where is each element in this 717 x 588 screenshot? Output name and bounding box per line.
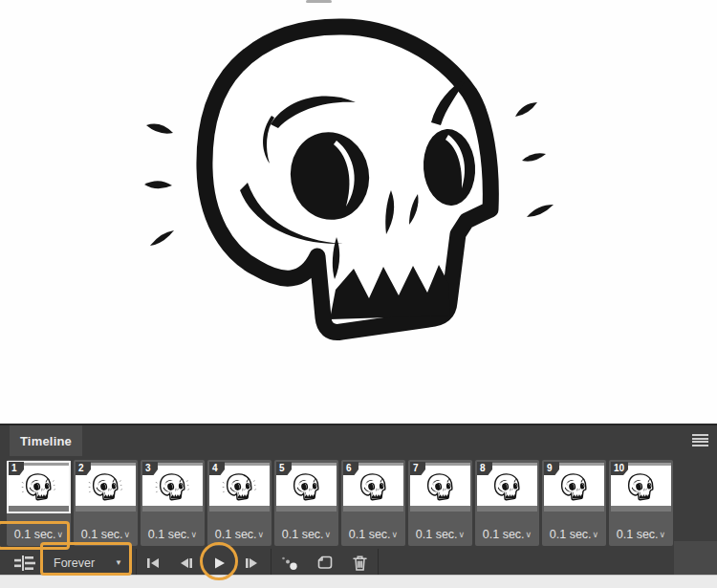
- photoshop-window: Timeline 1 0.1 sec.∨ 2 0.1 sec: [0, 0, 717, 588]
- tween-icon: [279, 555, 300, 572]
- duplicate-frames-icon: [315, 555, 334, 571]
- previous-frame-icon: [178, 555, 195, 571]
- chevron-down-icon: ∨: [660, 530, 666, 539]
- frame-delay-value: 0.1 sec.: [215, 528, 257, 541]
- animation-frame-7[interactable]: 7 0.1 sec.∨: [408, 460, 472, 546]
- chevron-down-icon: ∨: [258, 530, 265, 539]
- frame-delay-selector[interactable]: 0.1 sec.∨: [74, 528, 138, 541]
- chevron-down-icon: ∨: [392, 530, 399, 539]
- frame-delay-selector[interactable]: 0.1 sec.∨: [341, 528, 405, 541]
- animation-frame-1[interactable]: 1 0.1 sec.∨: [7, 460, 71, 546]
- frame-delay-value: 0.1 sec.: [81, 528, 123, 541]
- duplicate-frames-button[interactable]: [311, 549, 337, 577]
- chevron-down-icon: ∨: [124, 530, 131, 539]
- animation-frame-10[interactable]: 10 0.1 sec.∨: [609, 460, 673, 546]
- delete-frames-button[interactable]: [346, 549, 373, 577]
- frame-delay-selector[interactable]: 0.1 sec.∨: [207, 528, 272, 541]
- animation-frame-2[interactable]: 2 0.1 sec.∨: [74, 460, 138, 546]
- chevron-down-icon: ∨: [526, 530, 532, 539]
- loop-count-selector[interactable]: Forever ▼: [44, 549, 132, 577]
- frame-number: 4: [212, 463, 218, 473]
- frame-delay-value: 0.1 sec.: [550, 528, 592, 541]
- timeline-toolbar: Forever ▼: [0, 549, 717, 577]
- next-frame-icon: [243, 555, 260, 571]
- frame-delay-selector[interactable]: 0.1 sec.∨: [141, 528, 205, 541]
- previous-frame-button[interactable]: [173, 549, 200, 577]
- frame-delay-selector[interactable]: 0.1 sec.∨: [408, 528, 472, 541]
- convert-to-video-timeline-button[interactable]: [8, 549, 42, 577]
- frame-number: 5: [279, 463, 285, 473]
- document-canvas: [0, 0, 717, 424]
- play-icon: [210, 555, 228, 571]
- frame-number: 3: [145, 463, 151, 473]
- frame-number: 2: [78, 463, 84, 473]
- frame-delay-selector[interactable]: 0.1 sec.∨: [542, 528, 606, 541]
- animation-frame-4[interactable]: 4 0.1 sec.∨: [207, 460, 272, 546]
- frame-strip: 1 0.1 sec.∨ 2 0.1 sec.∨ 3: [7, 460, 673, 546]
- first-frame-button[interactable]: [140, 549, 166, 577]
- toolbar-divider: [378, 549, 379, 577]
- frame-delay-value: 0.1 sec.: [483, 528, 525, 541]
- timeline-panel: Timeline 1 0.1 sec.∨ 2 0.1 sec: [0, 424, 717, 575]
- frame-number: 8: [480, 463, 486, 473]
- frame-delay-selector[interactable]: 0.1 sec.∨: [475, 528, 539, 541]
- window-background: [0, 575, 717, 588]
- frame-delay-value: 0.1 sec.: [349, 528, 391, 541]
- animation-frame-6[interactable]: 6 0.1 sec.∨: [341, 460, 405, 546]
- animation-frame-3[interactable]: 3 0.1 sec.∨: [141, 460, 205, 546]
- top-edge-mark: [306, 0, 332, 3]
- frame-delay-selector[interactable]: 0.1 sec.∨: [609, 528, 673, 541]
- convert-to-video-timeline-icon: [12, 554, 37, 573]
- toolbar-divider: [271, 549, 272, 577]
- frame-delay-value: 0.1 sec.: [617, 528, 659, 541]
- first-frame-icon: [144, 555, 162, 571]
- panel-menu-icon[interactable]: [692, 434, 708, 446]
- play-animation-button[interactable]: [204, 549, 234, 577]
- trash-icon: [352, 555, 368, 572]
- frame-delay-value: 0.1 sec.: [282, 528, 324, 541]
- toolbar-divider: [136, 549, 137, 577]
- chevron-down-icon: ∨: [57, 530, 64, 539]
- frame-delay-selector[interactable]: 0.1 sec.∨: [274, 528, 338, 541]
- next-frame-button[interactable]: [238, 549, 265, 577]
- animation-frame-8[interactable]: 8 0.1 sec.∨: [475, 460, 539, 546]
- frame-number: 1: [11, 463, 17, 473]
- frame-delay-value: 0.1 sec.: [148, 528, 190, 541]
- frame-number: 6: [346, 463, 352, 473]
- frame-number: 10: [614, 463, 624, 473]
- panel-corner: [674, 541, 717, 577]
- frame-delay-value: 0.1 sec.: [416, 528, 458, 541]
- animation-frame-5[interactable]: 5 0.1 sec.∨: [274, 460, 338, 546]
- tween-frames-button[interactable]: [274, 549, 305, 577]
- loop-count-value: Forever: [54, 556, 95, 570]
- chevron-down-icon: ∨: [191, 530, 198, 539]
- chevron-down-icon: ▼: [115, 558, 122, 567]
- animation-frame-9[interactable]: 9 0.1 sec.∨: [542, 460, 606, 546]
- tab-timeline[interactable]: Timeline: [10, 425, 82, 456]
- chevron-down-icon: ∨: [325, 530, 332, 539]
- frame-delay-value: 0.1 sec.: [14, 528, 56, 541]
- chevron-down-icon: ∨: [459, 530, 466, 539]
- frame-number: 7: [413, 463, 419, 473]
- chevron-down-icon: ∨: [593, 530, 599, 539]
- frame-number: 9: [547, 463, 553, 473]
- frame-delay-selector[interactable]: 0.1 sec.∨: [7, 528, 71, 541]
